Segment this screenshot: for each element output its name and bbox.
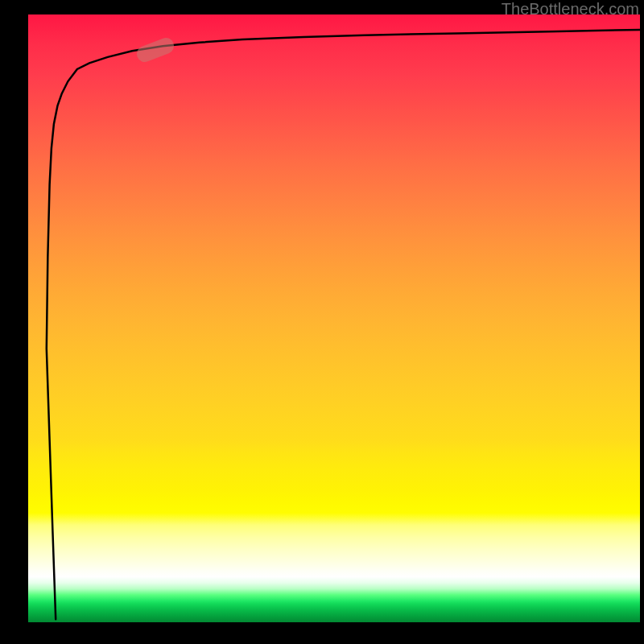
chart-container (28, 14, 640, 622)
curve-line (28, 14, 640, 622)
watermark-text: TheBottleneck.com (502, 0, 639, 19)
plot-area (28, 14, 640, 622)
